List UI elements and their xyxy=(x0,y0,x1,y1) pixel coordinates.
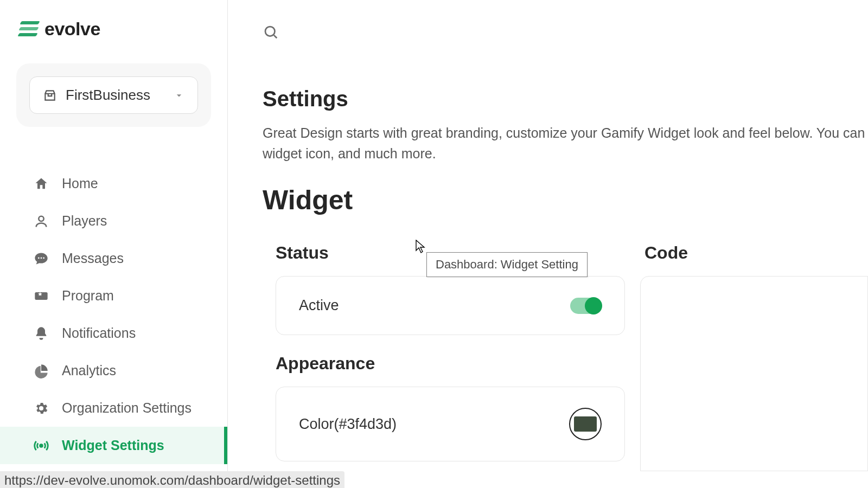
sidebar-item-label: Notifications xyxy=(62,325,136,341)
org-selected-name: FirstBusiness xyxy=(66,87,165,104)
page-description: Great Design starts with great branding,… xyxy=(263,123,868,164)
sidebar-item-label: Analytics xyxy=(62,363,116,378)
status-active-label: Active xyxy=(299,297,339,314)
sidebar-item-label: Program xyxy=(62,288,114,304)
appearance-color-label: Color(#3f4d3d) xyxy=(299,416,397,433)
main-content: Settings Great Design starts with great … xyxy=(228,0,868,488)
appearance-heading: Appearance xyxy=(276,354,625,374)
tooltip-text: Dashboard: Widget Setting xyxy=(436,258,578,271)
org-select[interactable]: FirstBusiness xyxy=(29,76,198,114)
brand-name: evolve xyxy=(44,18,100,40)
status-active-toggle[interactable] xyxy=(570,298,602,314)
svg-point-5 xyxy=(265,27,275,36)
sidebar-item-notifications[interactable]: Notifications xyxy=(0,314,227,352)
sidebar-item-home[interactable]: Home xyxy=(0,165,227,202)
svg-point-0 xyxy=(39,216,43,221)
sidebar-item-messages[interactable]: Messages xyxy=(0,240,227,277)
svg-point-3 xyxy=(43,257,44,259)
appearance-color-card: Color(#3f4d3d) xyxy=(276,387,625,461)
color-swatch xyxy=(574,416,597,432)
brand-logo: evolve xyxy=(0,0,227,40)
sidebar-item-widget-settings[interactable]: Widget Settings xyxy=(0,427,227,464)
sidebar: evolve FirstBusiness Home Players Messag… xyxy=(0,0,228,488)
sidebar-item-label: Players xyxy=(62,213,107,229)
store-icon xyxy=(43,88,57,102)
status-bar-url: https://dev-evolve.unomok.com/dashboard/… xyxy=(4,473,340,487)
tooltip: Dashboard: Widget Setting xyxy=(426,252,588,277)
home-icon xyxy=(34,176,49,191)
pie-chart-icon xyxy=(34,363,49,378)
org-selector-container: FirstBusiness xyxy=(16,63,211,127)
sidebar-nav: Home Players Messages Program Notificati… xyxy=(0,165,227,464)
code-heading: Code xyxy=(644,243,868,263)
sidebar-item-label: Home xyxy=(62,176,98,191)
sidebar-item-label: Messages xyxy=(62,251,124,266)
svg-point-1 xyxy=(38,257,40,259)
ticket-icon xyxy=(34,288,49,304)
status-card: Active xyxy=(276,276,625,335)
sidebar-item-label: Widget Settings xyxy=(62,438,164,453)
color-picker-button[interactable] xyxy=(569,408,602,440)
broadcast-icon xyxy=(34,438,49,453)
sidebar-item-players[interactable]: Players xyxy=(0,202,227,240)
page-title: Settings xyxy=(263,87,868,111)
search-icon[interactable] xyxy=(263,33,279,42)
code-card xyxy=(640,276,868,471)
user-icon xyxy=(34,214,49,229)
browser-status-bar: https://dev-evolve.unomok.com/dashboard/… xyxy=(0,471,344,488)
sidebar-item-label: Organization Settings xyxy=(62,400,192,416)
gear-icon xyxy=(34,401,49,416)
svg-point-4 xyxy=(40,444,43,447)
chat-icon xyxy=(34,251,49,266)
section-title: Widget xyxy=(263,184,868,216)
sidebar-item-program[interactable]: Program xyxy=(0,277,227,314)
sidebar-item-analytics[interactable]: Analytics xyxy=(0,352,227,389)
logo-mark-icon xyxy=(20,20,39,39)
chevron-down-icon xyxy=(174,90,184,101)
sidebar-item-organization-settings[interactable]: Organization Settings xyxy=(0,389,227,427)
svg-point-2 xyxy=(41,257,42,259)
bell-icon xyxy=(34,326,49,341)
